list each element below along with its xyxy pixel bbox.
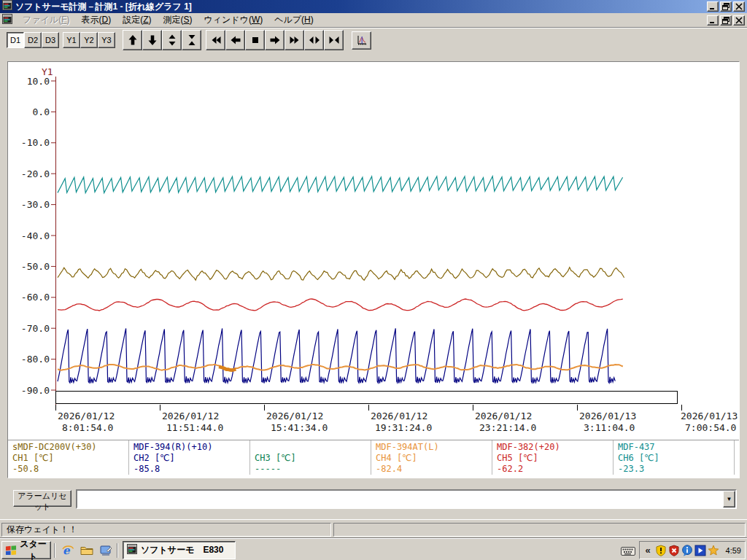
document-icon: [2, 14, 12, 27]
chart-panel: Y110.00.0-10.0-20.0-30.0-40.0-50.0-60.0-…: [7, 61, 740, 478]
legend-cell-CH2: MDF-394(R)(+10)CH2 [℃]-85.8: [129, 440, 250, 475]
svg-text:11:51:44.0: 11:51:44.0: [166, 422, 223, 433]
line-graph-button[interactable]: [352, 31, 371, 50]
dropdown-arrow-icon[interactable]: ▼: [723, 491, 735, 508]
start-button[interactable]: スタート: [1, 541, 51, 559]
taskbar: スタート e ソフトサーモ E830 «4:59: [0, 538, 747, 560]
legend-sensor-name: [255, 442, 371, 453]
restore-button[interactable]: [720, 1, 732, 12]
taskbar-separator: [117, 543, 118, 558]
system-tray: «4:59: [639, 541, 746, 559]
app-icon: [127, 544, 137, 556]
svg-text:2026/01/13: 2026/01/13: [681, 411, 738, 421]
svg-text:-40.0: -40.0: [21, 230, 50, 241]
svg-text:-80.0: -80.0: [21, 354, 50, 365]
arrow-right-button[interactable]: [265, 30, 285, 50]
legend-sensor-name: MDF-394(R)(+10): [133, 442, 249, 453]
arrow-left-button[interactable]: [225, 30, 245, 50]
taskbar-clock: 4:59: [726, 546, 743, 555]
status-pane-secondary: [333, 523, 746, 537]
show-desktop-icon[interactable]: [98, 543, 114, 558]
status-bar: 保存ウェイト！！: [0, 519, 747, 538]
arrow-down-button[interactable]: [142, 30, 162, 50]
alarm-combobox-value[interactable]: [77, 491, 723, 508]
svg-text:2026/01/12: 2026/01/12: [162, 411, 219, 421]
toolbar-d1-button[interactable]: D1: [7, 32, 24, 48]
screen: ソフトサーモ計測－計測1 - [折れ線グラフ 1] ファイル(F)表示(D)設定…: [0, 0, 747, 560]
folder-icon[interactable]: [79, 543, 95, 558]
legend-cell-CH6: MDF-437CH6 [℃]-23.3: [614, 440, 735, 475]
series-CH5-line: [58, 299, 623, 311]
line-chart: Y110.00.0-10.0-20.0-30.0-40.0-50.0-60.0-…: [8, 62, 739, 440]
alarm-combobox[interactable]: ▼: [76, 489, 737, 509]
series-CH1-line: [58, 268, 624, 281]
legend-channel-label: CH1 [℃]: [12, 453, 128, 464]
stop-button[interactable]: [245, 30, 265, 50]
fast-forward-button[interactable]: [285, 30, 304, 50]
svg-text:-50.0: -50.0: [21, 261, 50, 272]
menu-item-w[interactable]: ウィンドウ(W): [198, 12, 269, 28]
shield-warning-icon[interactable]: [655, 545, 667, 556]
rewind-button[interactable]: [206, 30, 225, 50]
svg-text:-60.0: -60.0: [21, 292, 50, 303]
svg-text:10.0: 10.0: [27, 76, 50, 87]
legend-sensor-name: MDF-437: [618, 442, 734, 453]
svg-text:2026/01/12: 2026/01/12: [58, 411, 115, 421]
legend-cell-CH1: sMDF-DC200V(+30)CH1 [℃]-50.8: [8, 440, 129, 475]
expand-horizontal-button[interactable]: [304, 30, 324, 50]
menu-item-f[interactable]: ファイル(F): [17, 12, 75, 28]
expand-vertical-button[interactable]: [162, 30, 182, 50]
legend-cell-CH4: MDF-394AT(L)CH4 [℃]-82.4: [371, 440, 492, 475]
legend-channel-label: CH3 [℃]: [255, 453, 371, 464]
svg-text:2026/01/12: 2026/01/12: [371, 411, 427, 421]
legend-cell-CH5: MDF-382(+20)CH5 [℃]-62.2: [492, 440, 614, 475]
minimize-button[interactable]: [707, 15, 719, 26]
series-CH6-line: [58, 176, 623, 193]
title-window-controls: [707, 1, 745, 12]
restore-button[interactable]: [720, 15, 732, 26]
svg-text:19:31:24.0: 19:31:24.0: [375, 422, 432, 433]
svg-text:2026/01/13: 2026/01/13: [579, 411, 636, 421]
legend-sensor-name: MDF-382(+20): [497, 442, 613, 453]
title-bar: ソフトサーモ計測－計測1 - [折れ線グラフ 1]: [0, 0, 747, 13]
legend-current-value: -50.8: [12, 464, 128, 475]
legend-channel-label: CH4 [℃]: [376, 453, 492, 464]
collapse-chevron-icon[interactable]: «: [642, 545, 654, 556]
shield-error-icon[interactable]: [668, 545, 680, 556]
menu-items: ファイル(F)表示(D)設定(Z)測定(S)ウィンドウ(W)ヘルプ(H): [17, 12, 707, 28]
toolbar-y2-button[interactable]: Y2: [80, 32, 98, 48]
start-label: スタート: [19, 538, 47, 560]
minimize-button[interactable]: [707, 1, 719, 12]
svg-text:0.0: 0.0: [33, 106, 50, 117]
client-area: Y110.00.0-10.0-20.0-30.0-40.0-50.0-60.0-…: [0, 52, 747, 519]
close-button[interactable]: [733, 1, 745, 12]
keyboard-icon[interactable]: [621, 545, 635, 559]
menu-item-d[interactable]: 表示(D): [75, 12, 117, 28]
toolbar-d2-button[interactable]: D2: [24, 32, 42, 48]
close-button[interactable]: [733, 15, 745, 26]
internet-explorer-icon[interactable]: e: [60, 543, 76, 558]
toolbar-y1-button[interactable]: Y1: [63, 32, 80, 48]
svg-text:-90.0: -90.0: [21, 385, 50, 396]
svg-text:8:01:54.0: 8:01:54.0: [62, 422, 113, 433]
play-indicator-icon[interactable]: [694, 545, 706, 556]
toolbar-y3-button[interactable]: Y3: [98, 32, 115, 48]
info-balloon-icon[interactable]: [681, 545, 693, 556]
taskbar-task-button[interactable]: ソフトサーモ E830: [123, 541, 236, 559]
menu-item-z[interactable]: 設定(Z): [117, 12, 157, 28]
svg-text:-30.0: -30.0: [21, 199, 50, 210]
toolbar-d3-button[interactable]: D3: [42, 32, 59, 48]
task-label: ソフトサーモ E830: [141, 544, 223, 556]
channel-legend: sMDF-DC200V(+30)CH1 [℃]-50.8MDF-394(R)(+…: [8, 440, 739, 475]
window-title: ソフトサーモ計測－計測1 - [折れ線グラフ 1]: [15, 1, 707, 13]
menu-item-h[interactable]: ヘルプ(H): [268, 12, 320, 28]
legend-channel-label: CH6 [℃]: [618, 453, 734, 464]
alarm-marker: [219, 367, 236, 370]
collapse-horizontal-button[interactable]: [324, 30, 344, 50]
legend-current-value: -82.4: [376, 464, 492, 475]
update-star-icon[interactable]: [708, 545, 719, 556]
alarm-reset-button[interactable]: アラームリセット: [13, 490, 71, 507]
collapse-vertical-button[interactable]: [182, 30, 201, 50]
menu-item-s[interactable]: 測定(S): [157, 12, 198, 28]
arrow-up-button[interactable]: [123, 30, 142, 50]
